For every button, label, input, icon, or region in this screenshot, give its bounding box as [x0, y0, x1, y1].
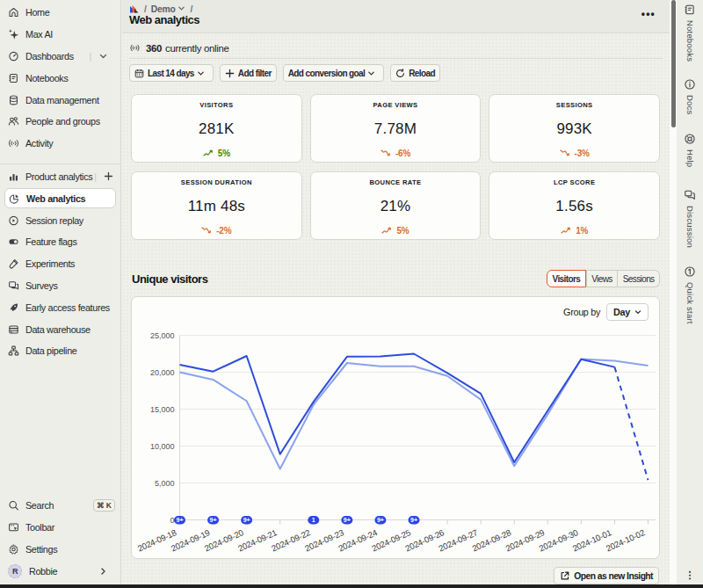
svg-text:5,000: 5,000 [155, 479, 175, 488]
svg-text:9+: 9+ [210, 517, 217, 523]
svg-text:15,000: 15,000 [150, 405, 175, 414]
svg-text:9+: 9+ [410, 517, 417, 523]
svg-text:9+: 9+ [243, 517, 250, 523]
svg-text:9+: 9+ [177, 517, 184, 523]
svg-text:25,000: 25,000 [150, 331, 175, 340]
svg-text:9+: 9+ [377, 517, 384, 523]
svg-text:2024-10-02: 2024-10-02 [605, 527, 646, 553]
svg-text:0: 0 [170, 516, 174, 525]
svg-text:10,000: 10,000 [150, 442, 175, 451]
svg-text:9+: 9+ [344, 517, 351, 523]
svg-text:1: 1 [312, 517, 315, 523]
svg-text:20,000: 20,000 [150, 368, 175, 377]
